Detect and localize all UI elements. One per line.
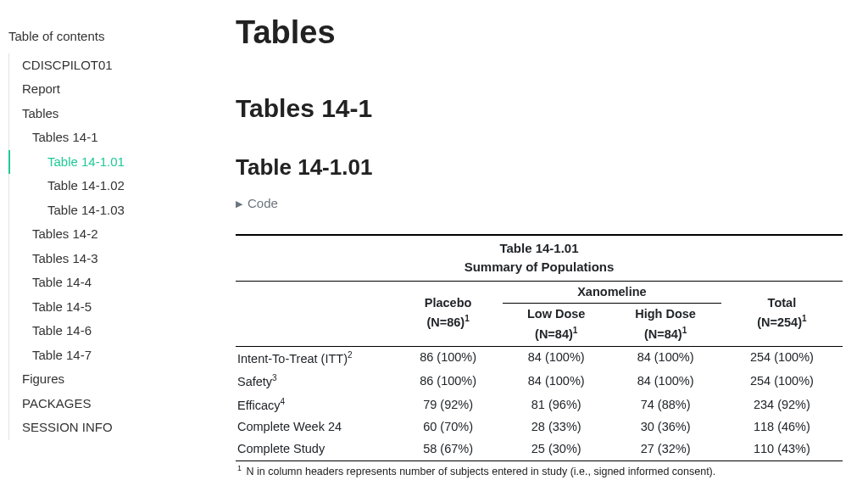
- toc-item: SESSION INFO: [9, 416, 210, 440]
- toc-item: Table 14-1.03: [9, 198, 210, 223]
- toc-item: Report: [9, 77, 210, 102]
- cell: 84 (100%): [609, 370, 721, 393]
- toc-link[interactable]: Table 14-5: [8, 295, 210, 320]
- cell: 28 (33%): [503, 416, 609, 438]
- table-row: Efficacy479 (92%)81 (96%)74 (88%)234 (92…: [236, 393, 843, 417]
- cell: 84 (100%): [609, 346, 721, 370]
- cell: 110 (43%): [721, 438, 843, 460]
- toc-link[interactable]: Table 14-1.02: [8, 174, 210, 198]
- toc-title: Table of contents: [8, 25, 210, 48]
- cell: 254 (100%): [721, 370, 843, 393]
- caret-right-icon: ▶: [236, 197, 242, 211]
- row-label: Complete Study: [236, 438, 393, 460]
- toc-link[interactable]: Tables 14-1: [8, 126, 210, 150]
- col-total: Total: [768, 296, 797, 310]
- sidebar: Table of contents CDISCPILOT01ReportTabl…: [0, 0, 210, 480]
- toc-list: CDISCPILOT01ReportTablesTables 14-1Table…: [8, 53, 210, 440]
- row-label: Complete Week 24: [236, 416, 393, 438]
- col-total-n: (N=254)1: [757, 315, 806, 329]
- cell: 84 (100%): [503, 346, 609, 370]
- toc-link[interactable]: Tables 14-3: [8, 247, 210, 271]
- cell: 81 (96%): [503, 393, 609, 417]
- cell: 74 (88%): [609, 393, 721, 417]
- row-label: Intent-To-Treat (ITT)2: [236, 346, 393, 370]
- toc-item: Tables: [9, 102, 210, 126]
- toc-item: Table 14-1.01: [9, 150, 210, 175]
- table-footnotes: 1 N in column headers represents number …: [236, 460, 843, 480]
- row-label: Efficacy4: [236, 393, 393, 417]
- toc-link[interactable]: Table 14-1.01: [8, 150, 210, 175]
- toc-item: Table 14-5: [9, 295, 210, 320]
- toc-link[interactable]: Report: [8, 77, 210, 102]
- col-lowdose-n: (N=84)1: [535, 327, 577, 341]
- cell: 58 (67%): [393, 438, 503, 460]
- cell: 30 (36%): [609, 416, 721, 438]
- footnote: 1 N in column headers represents number …: [237, 463, 841, 479]
- subsection-title: Table 14-1.01: [236, 151, 843, 184]
- toc-link[interactable]: Figures: [8, 367, 210, 392]
- toc-item: Tables 14-3: [9, 247, 210, 271]
- toc-link[interactable]: Table 14-6: [8, 319, 210, 343]
- toc-link[interactable]: Table 14-4: [8, 271, 210, 295]
- toc-item: Tables 14-1: [9, 126, 210, 150]
- cell: 60 (70%): [393, 416, 503, 438]
- cell: 234 (92%): [721, 393, 843, 417]
- toc-link[interactable]: Table 14-7: [8, 343, 210, 368]
- toc-link[interactable]: Table 14-1.03: [8, 198, 210, 223]
- toc-link[interactable]: CDISCPILOT01: [8, 53, 210, 78]
- toc-link[interactable]: PACKAGES: [8, 392, 210, 416]
- toc-item: Table 14-7: [9, 343, 210, 368]
- col-placebo-n: (N=86)1: [426, 315, 469, 329]
- main-content: Tables Tables 14-1 Table 14-1.01 ▶ Code …: [210, 0, 868, 480]
- table-row: Safety386 (100%)84 (100%)84 (100%)254 (1…: [236, 370, 843, 393]
- toc-link[interactable]: Tables 14-2: [8, 222, 210, 247]
- page-title: Tables: [236, 8, 843, 57]
- table-subtitle: Summary of Populations: [236, 258, 843, 281]
- toc-item: Table 14-6: [9, 319, 210, 343]
- cell: 27 (32%): [609, 438, 721, 460]
- code-toggle-label: Code: [248, 194, 278, 214]
- col-highdose: High Dose: [635, 307, 696, 321]
- toc-link[interactable]: Tables: [8, 102, 210, 126]
- cell: 79 (92%): [393, 393, 503, 417]
- table-row: Intent-To-Treat (ITT)286 (100%)84 (100%)…: [236, 346, 843, 370]
- cell: 25 (30%): [503, 438, 609, 460]
- row-label: Safety3: [236, 370, 393, 393]
- toc-item: Table 14-1.02: [9, 174, 210, 198]
- table-row: Complete Study58 (67%)25 (30%)27 (32%)11…: [236, 438, 843, 460]
- data-table: Placebo (N=86)1 Xanomeline Total (N=254)…: [236, 281, 843, 460]
- cell: 254 (100%): [721, 346, 843, 370]
- summary-table: Table 14-1.01 Summary of Populations Pla…: [236, 234, 843, 481]
- toc-link[interactable]: SESSION INFO: [8, 416, 210, 440]
- table-title: Table 14-1.01: [236, 236, 843, 259]
- col-lowdose: Low Dose: [527, 307, 585, 321]
- col-placebo: Placebo: [425, 296, 472, 310]
- code-toggle[interactable]: ▶ Code: [236, 194, 843, 214]
- section-title: Tables 14-1: [236, 89, 843, 127]
- cell: 86 (100%): [393, 370, 503, 393]
- cell: 118 (46%): [721, 416, 843, 438]
- col-highdose-n: (N=84)1: [644, 327, 687, 341]
- toc-item: CDISCPILOT01: [9, 53, 210, 78]
- toc-item: Figures: [9, 367, 210, 392]
- cell: 86 (100%): [393, 346, 503, 370]
- toc-item: Tables 14-2: [9, 222, 210, 247]
- table-row: Complete Week 2460 (70%)28 (33%)30 (36%)…: [236, 416, 843, 438]
- toc-item: PACKAGES: [9, 392, 210, 416]
- toc-item: Table 14-4: [9, 271, 210, 295]
- col-spanner-xanomeline: Xanomeline: [577, 285, 646, 299]
- cell: 84 (100%): [503, 370, 609, 393]
